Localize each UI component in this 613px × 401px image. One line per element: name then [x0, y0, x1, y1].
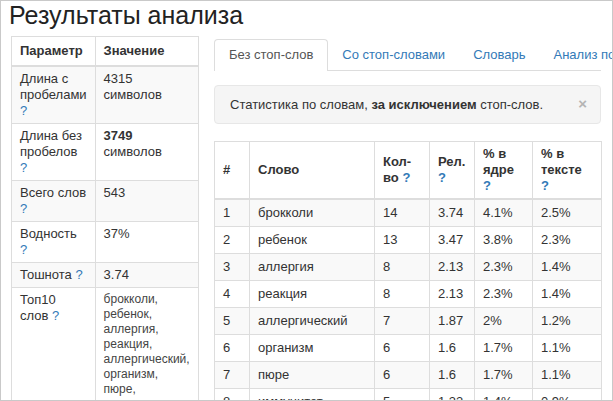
word-text-pct: 2.3%	[533, 227, 602, 254]
param-value: 3.74	[95, 263, 198, 288]
word: аллергический	[250, 308, 375, 335]
col-header-word: Слово	[250, 142, 375, 200]
word-count: 8	[375, 281, 430, 308]
table-row: Всего слов ? 543	[12, 181, 199, 222]
word-num: 7	[215, 362, 250, 389]
col-header-core-pct: % в ядре ?	[475, 142, 533, 200]
param-value: 4315 символов	[95, 66, 198, 124]
params-header-value: Значение	[95, 37, 198, 67]
word-count: 14	[375, 199, 430, 227]
help-link[interactable]: ?	[20, 103, 27, 118]
param-label: Водность ?	[12, 222, 96, 263]
word-core-pct: 1.4%	[475, 389, 533, 401]
alert-text: Статистика по словам, за исключением сто…	[230, 97, 543, 112]
word: пюре	[250, 362, 375, 389]
word-core-pct: 2%	[475, 308, 533, 335]
word-rel: 3.74	[430, 199, 475, 227]
word-text-pct: 1.1%	[533, 362, 602, 389]
table-row: 3 аллергия 8 2.13 2.3% 1.4%	[215, 254, 602, 281]
table-row: Длина без пробелов ? 3749 символов	[12, 124, 199, 181]
word-rel: 1.87	[430, 308, 475, 335]
words-table: # Слово Кол-во ? Рел. ? % в ядре ? % в т…	[214, 141, 602, 401]
help-link[interactable]: ?	[20, 201, 27, 216]
word-text-pct: 0.9%	[533, 389, 602, 401]
table-row: 5 аллергический 7 1.87 2% 1.2%	[215, 308, 602, 335]
col-header-count: Кол-во ?	[375, 142, 430, 200]
tab-with-stopwords[interactable]: Со стоп-словами	[328, 40, 459, 70]
word: аллергия	[250, 254, 375, 281]
word-core-pct: 1.7%	[475, 335, 533, 362]
words-header-row: # Слово Кол-во ? Рел. ? % в ядре ? % в т…	[215, 142, 602, 200]
word-core-pct: 1.7%	[475, 362, 533, 389]
params-table: Параметр Значение Длина с пробелами ? 43…	[11, 36, 199, 401]
word-count: 8	[375, 254, 430, 281]
word-rel: 2.13	[430, 254, 475, 281]
table-row: 1 брокколи 14 3.74 4.1% 2.5%	[215, 199, 602, 227]
param-label: Длина без пробелов ?	[12, 124, 96, 181]
table-row: Длина с пробелами ? 4315 символов	[12, 66, 199, 124]
help-link[interactable]: ?	[52, 308, 59, 323]
word-core-pct: 2.3%	[475, 281, 533, 308]
param-value: 37%	[95, 222, 198, 263]
help-link[interactable]: ?	[438, 170, 446, 185]
col-header-text-pct: % в тексте ?	[533, 142, 602, 200]
param-value-top10-words: брокколи, ребенок, аллергия, реакция, ал…	[95, 288, 198, 401]
word-text-pct: 2.5%	[533, 199, 602, 227]
word-count: 13	[375, 227, 430, 254]
word-text-pct: 1.2%	[533, 308, 602, 335]
word-count: 6	[375, 335, 430, 362]
param-label: Длина с пробелами ?	[12, 66, 96, 124]
tabbar: Без стоп-слов Со стоп-словами Словарь Ан…	[214, 39, 601, 71]
word-rel: 1.6	[430, 335, 475, 362]
word-rel: 3.47	[430, 227, 475, 254]
table-row: Водность ? 37%	[12, 222, 199, 263]
help-link[interactable]: ?	[75, 267, 82, 282]
word-rel: 1.33	[430, 389, 475, 401]
word-count: 5	[375, 389, 430, 401]
table-row: Тошнота ? 3.74	[12, 263, 199, 288]
tab-dictionary[interactable]: Словарь	[459, 40, 539, 70]
params-header-param: Параметр	[12, 37, 96, 67]
help-link[interactable]: ?	[483, 178, 491, 193]
table-row: 4 реакция 8 2.13 2.3% 1.4%	[215, 281, 602, 308]
word-num: 2	[215, 227, 250, 254]
word: ребенок	[250, 227, 375, 254]
page-title: Результаты анализа	[9, 1, 243, 30]
stats-pane: Без стоп-слов Со стоп-словами Словарь Ан…	[214, 39, 601, 401]
param-value: 3749 символов	[95, 124, 198, 181]
table-row: 6 организм 6 1.6 1.7% 1.1%	[215, 335, 602, 362]
word-text-pct: 1.1%	[533, 335, 602, 362]
tab-position-analysis[interactable]: Анализ позиций	[539, 40, 613, 70]
col-header-rel: Рел. ?	[430, 142, 475, 200]
help-link[interactable]: ?	[20, 242, 27, 257]
table-row: Топ10 слов ? брокколи, ребенок, аллергия…	[12, 288, 199, 401]
table-row: 8 иммунитет 5 1.33 1.4% 0.9%	[215, 389, 602, 401]
analysis-results-page: Результаты анализа Параметр Значение Дли…	[0, 0, 613, 401]
word-core-pct: 2.3%	[475, 254, 533, 281]
word-text-pct: 1.4%	[533, 281, 602, 308]
word-core-pct: 4.1%	[475, 199, 533, 227]
word: реакция	[250, 281, 375, 308]
help-link[interactable]: ?	[20, 160, 27, 175]
word: иммунитет	[250, 389, 375, 401]
word-num: 4	[215, 281, 250, 308]
tab-without-stopwords[interactable]: Без стоп-слов	[214, 39, 328, 71]
word-num: 6	[215, 335, 250, 362]
word: организм	[250, 335, 375, 362]
table-row: 7 пюре 6 1.6 1.7% 1.1%	[215, 362, 602, 389]
param-label: Тошнота ?	[12, 263, 96, 288]
word-text-pct: 1.4%	[533, 254, 602, 281]
word: брокколи	[250, 199, 375, 227]
close-icon[interactable]: ×	[578, 95, 587, 112]
word-num: 8	[215, 389, 250, 401]
word-num: 3	[215, 254, 250, 281]
help-link[interactable]: ?	[402, 170, 410, 185]
word-num: 1	[215, 199, 250, 227]
help-link[interactable]: ?	[541, 178, 549, 193]
word-count: 6	[375, 362, 430, 389]
col-header-num: #	[215, 142, 250, 200]
word-rel: 1.6	[430, 362, 475, 389]
word-core-pct: 3.8%	[475, 227, 533, 254]
word-num: 5	[215, 308, 250, 335]
param-value: 543	[95, 181, 198, 222]
